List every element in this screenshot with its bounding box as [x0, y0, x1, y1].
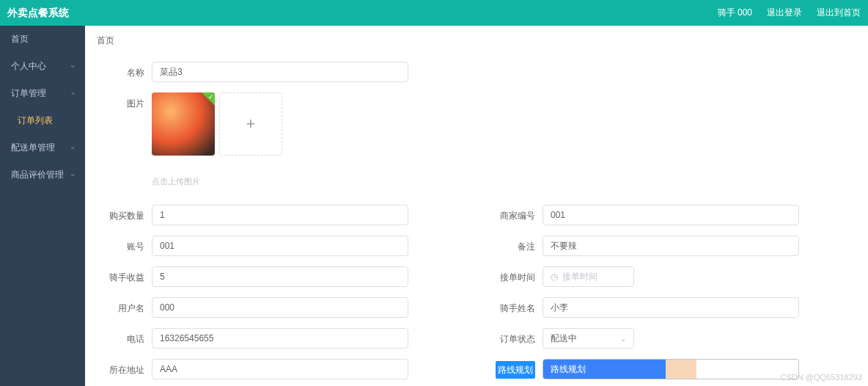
phone-label: 电话: [97, 328, 144, 346]
image-label: 图片: [97, 92, 144, 110]
breadcrumb: 首页: [97, 34, 856, 47]
sidebar-item-orders[interactable]: 订单管理: [0, 80, 85, 107]
accept-time-placeholder: 接单时间: [562, 271, 597, 283]
merchant-id-label: 商家编号: [488, 205, 535, 222]
merchant-id-input[interactable]: [542, 205, 799, 225]
chevron-down-icon: ⌄: [620, 335, 626, 343]
order-status-value: 配送中: [551, 332, 577, 345]
plus-icon: +: [246, 114, 256, 134]
address-label: 所在地址: [97, 359, 144, 376]
sidebar-subitem-order-list[interactable]: 订单列表: [0, 107, 85, 134]
sidebar: 首页 个人中心 订单管理 订单列表 配送单管理 商品评价管理: [0, 26, 85, 386]
main-content: 首页 名称 图片 + 点击上传图片: [85, 26, 868, 386]
username-input[interactable]: [152, 297, 408, 318]
route-label: 路线规划: [488, 359, 535, 376]
clock-icon: ◷: [551, 272, 558, 282]
sidebar-item-profile[interactable]: 个人中心: [0, 53, 85, 80]
upload-hint: 点击上传图片: [152, 176, 282, 187]
account-label: 账号: [97, 236, 144, 253]
image-upload-area: + 点击上传图片: [152, 92, 282, 194]
sidebar-item-home[interactable]: 首页: [0, 26, 85, 53]
route-input[interactable]: [542, 359, 799, 379]
logout-link[interactable]: 退出登录: [767, 7, 802, 19]
rider-info[interactable]: 骑手 000: [718, 7, 752, 19]
username-label: 用户名: [97, 297, 144, 315]
check-icon: [202, 92, 215, 106]
rider-name-label: 骑手姓名: [488, 297, 535, 315]
sidebar-item-label: 订单管理: [11, 87, 46, 100]
top-header: 外卖点餐系统 骑手 000 退出登录 退出到首页: [0, 0, 868, 26]
accept-time-input[interactable]: ◷ 接单时间: [542, 266, 634, 287]
account-input[interactable]: [152, 236, 408, 256]
remark-input[interactable]: [542, 236, 799, 256]
name-label: 名称: [97, 62, 144, 79]
sidebar-item-review[interactable]: 商品评价管理: [0, 161, 85, 189]
rider-income-label: 骑手收益: [97, 266, 144, 284]
exit-home-link[interactable]: 退出到首页: [817, 7, 861, 19]
sidebar-item-label: 个人中心: [11, 60, 46, 73]
app-title: 外卖点餐系统: [7, 7, 69, 20]
header-right: 骑手 000 退出登录 退出到首页: [718, 7, 861, 19]
sidebar-item-label: 配送单管理: [11, 142, 55, 154]
sidebar-item-label: 首页: [11, 33, 29, 45]
order-status-select[interactable]: 配送中 ⌄: [542, 328, 634, 349]
sidebar-item-delivery[interactable]: 配送单管理: [0, 134, 85, 161]
rider-income-input[interactable]: [152, 266, 408, 287]
upload-add-button[interactable]: +: [219, 92, 282, 156]
qty-label: 购买数量: [97, 205, 144, 222]
phone-input[interactable]: [152, 328, 408, 349]
sidebar-item-label: 商品评价管理: [11, 169, 64, 181]
address-input[interactable]: [152, 359, 408, 379]
rider-name-input[interactable]: [542, 297, 799, 318]
qty-input[interactable]: [152, 205, 408, 225]
accept-time-label: 接单时间: [488, 266, 535, 284]
remark-label: 备注: [488, 236, 535, 253]
image-preview[interactable]: [152, 92, 215, 156]
order-status-label: 订单状态: [488, 328, 535, 346]
name-input[interactable]: [152, 62, 408, 82]
